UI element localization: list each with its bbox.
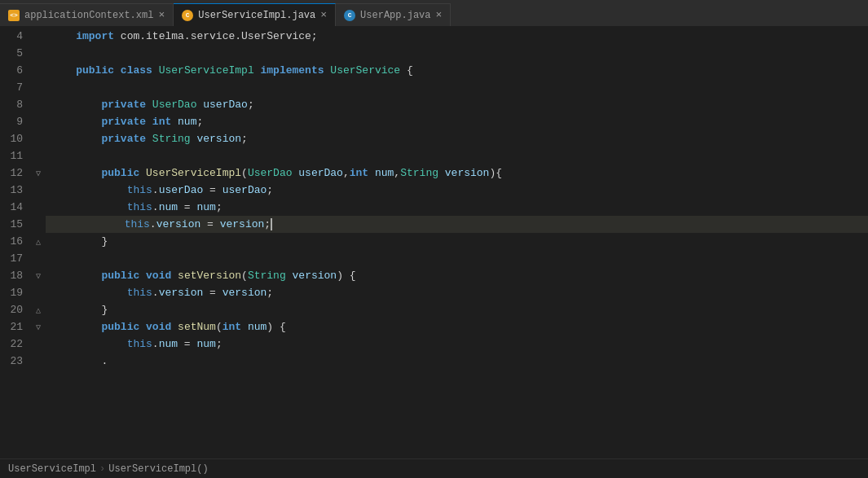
fold-15 [31,216,46,233]
code-line-12: public UserServiceImpl(UserDao userDao,i… [46,164,868,182]
tab-applicationcontext[interactable]: <> applicationContext.xml × [0,3,174,26]
xml-icon: <> [8,10,20,21]
code-line-8: private UserDao userDao; [46,96,868,113]
tab-label-xml: applicationContext.xml [24,10,153,21]
code-line-5 [46,45,868,62]
tab-label-app: UserApp.java [360,10,430,21]
fold-16[interactable]: △ [31,233,46,250]
fold-11 [31,147,46,164]
code-line-15: this.version = version; [46,216,868,233]
text-cursor [271,218,272,230]
fold-18[interactable]: ▽ [31,267,46,284]
line-numbers: 4 5 6 7 8 9 10 11 12 13 14 15 16 17 18 1… [0,26,31,458]
code-line-19: this.version = version; [46,284,868,301]
fold-4 [31,28,46,45]
code-line-14: this.num = num; [46,199,868,216]
code-line-16: } [46,233,868,250]
code-line-22: this.num = num; [46,335,868,353]
code-line-4: import com.itelma.service.UserService; [46,28,868,45]
tab-close-impl[interactable]: × [320,10,327,20]
java-icon-app: C [344,10,355,21]
fold-column: ▽ △ ▽ △ ▽ [31,26,46,458]
fold-9 [31,113,46,130]
code-line-13: this.userDao = userDao; [46,182,868,199]
java-icon-impl: C [182,10,193,21]
fold-5 [31,45,46,62]
code-line-20: } [46,301,868,318]
fold-21[interactable]: ▽ [31,318,46,335]
code-line-9: private int num; [46,113,868,130]
editor-area: 4 5 6 7 8 9 10 11 12 13 14 15 16 17 18 1… [0,26,868,458]
code-line-21: public void setNum(int num) { [46,318,868,335]
code-editor[interactable]: import com.itelma.service.UserService; p… [46,26,868,458]
breadcrumb-class: UserServiceImpl [8,463,96,475]
breadcrumb-separator: › [99,463,105,475]
code-line-11 [46,147,868,164]
code-line-7 [46,79,868,96]
breadcrumb-method: UserServiceImpl() [108,463,208,475]
tab-userserviceimpl[interactable]: C UserServiceImpl.java × [174,3,336,26]
fold-19 [31,284,46,301]
fold-23 [31,353,46,370]
fold-7 [31,79,46,96]
tab-close-xml[interactable]: × [158,10,165,20]
fold-13 [31,182,46,199]
tab-userapp[interactable]: C UserApp.java × [336,3,451,26]
fold-12[interactable]: ▽ [31,164,46,182]
fold-20[interactable]: △ [31,301,46,318]
tab-label-impl: UserServiceImpl.java [198,10,315,21]
breadcrumb-bar: UserServiceImpl › UserServiceImpl() [0,458,868,478]
fold-22 [31,335,46,353]
fold-8 [31,96,46,113]
tab-close-app[interactable]: × [436,10,443,20]
fold-10 [31,130,46,147]
code-line-17 [46,250,868,267]
code-line-6: public class UserServiceImpl implements … [46,62,868,79]
code-line-18: public void setVersion(String version) { [46,267,868,284]
fold-14 [31,199,46,216]
tab-bar: <> applicationContext.xml × C UserServic… [0,0,868,26]
code-line-10: private String version; [46,130,868,147]
fold-17 [31,250,46,267]
fold-6 [31,62,46,79]
code-line-23: . [46,353,868,370]
